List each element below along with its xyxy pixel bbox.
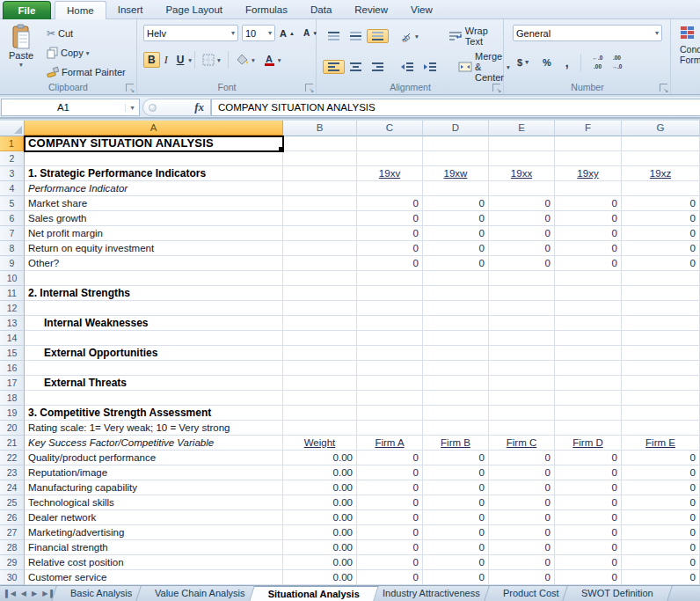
sheet-tab-situational-analysis[interactable]: Situational Analysis [249,586,379,601]
row-header-22[interactable]: 22 [0,451,25,465]
cell-D9[interactable]: 0 [423,256,489,271]
cell-E11[interactable] [489,286,555,301]
cell-F4[interactable] [555,181,622,196]
cell-E7[interactable]: 0 [489,226,555,241]
ribbon-tab-home[interactable]: Home [55,1,106,20]
cell-G27[interactable]: 0 [622,525,700,540]
cell-F30[interactable]: 0 [555,570,622,585]
ribbon-tab-page-layout[interactable]: Page Layout [154,1,234,19]
row-header-19[interactable]: 19 [0,406,25,421]
cell-C5[interactable]: 0 [357,196,423,211]
cell-E5[interactable]: 0 [489,196,555,211]
cell-C25[interactable]: 0 [357,495,423,510]
ribbon-tab-insert[interactable]: Insert [106,1,155,19]
align-bottom-button[interactable] [367,29,389,43]
cell-A17[interactable]: External Threats [25,376,283,391]
cell-F7[interactable]: 0 [555,226,622,241]
ribbon-tab-review[interactable]: Review [343,1,399,19]
cell-E2[interactable] [489,151,555,166]
cell-B5[interactable] [283,196,357,211]
cell-C26[interactable]: 0 [357,510,423,525]
cell-B10[interactable] [283,271,357,286]
cell-F19[interactable] [555,406,622,421]
cell-F11[interactable] [555,286,622,301]
row-header-12[interactable]: 12 [0,301,25,316]
cell-C6[interactable]: 0 [357,211,423,226]
cut-button[interactable]: ✂ Cut [42,26,130,41]
align-left-button[interactable] [323,60,345,74]
cell-E15[interactable] [489,346,555,361]
column-header-e[interactable]: E [489,121,555,136]
sheet-nav-first-icon[interactable]: ▌◀ [5,590,16,597]
cell-F12[interactable] [555,301,622,316]
cell-G23[interactable]: 0 [622,465,700,480]
align-center-button[interactable] [345,60,367,74]
increase-indent-button[interactable] [419,60,441,74]
cell-G28[interactable]: 0 [622,540,700,555]
row-header-11[interactable]: 11 [0,286,25,301]
cell-F15[interactable] [555,346,622,361]
cell-G7[interactable]: 0 [622,226,700,241]
alignment-dialog-launcher[interactable] [492,84,500,92]
cell-D1[interactable] [423,136,489,151]
cell-E24[interactable]: 0 [489,480,555,495]
cell-E18[interactable] [489,391,555,406]
row-header-21[interactable]: 21 [0,436,25,451]
name-box[interactable]: A1 ▾ [1,99,140,116]
cell-A4[interactable]: Performance Indicator [25,181,283,196]
column-header-c[interactable]: C [357,121,423,136]
cell-D27[interactable]: 0 [423,525,489,540]
sheet-nav-next-icon[interactable]: ▶ [32,590,37,597]
cell-A26[interactable]: Dealer network [25,510,283,525]
row-header-8[interactable]: 8 [0,241,25,256]
row-header-2[interactable]: 2 [0,151,25,166]
cell-F3[interactable]: 19xy [555,166,622,181]
cell-A25[interactable]: Technological skills [25,495,283,510]
cell-A1[interactable]: COMPANY SITUATION ANALYSIS [25,136,283,151]
row-header-28[interactable]: 28 [0,540,25,555]
cell-F29[interactable]: 0 [555,555,622,570]
align-top-button[interactable] [323,29,345,43]
underline-button[interactable]: U [172,52,189,68]
cell-F9[interactable]: 0 [555,256,622,271]
cell-A28[interactable]: Financial strength [25,540,283,555]
copy-button[interactable]: Copy ▾ [42,45,130,61]
cell-E3[interactable]: 19xx [489,166,555,181]
cell-D26[interactable]: 0 [423,510,489,525]
cell-A24[interactable]: Manufacturing capability [25,480,283,495]
cell-G14[interactable] [622,331,700,346]
cell-G6[interactable]: 0 [622,211,700,226]
cell-G19[interactable] [622,406,700,421]
row-header-16[interactable]: 16 [0,361,25,376]
cell-G12[interactable] [622,301,700,316]
cell-D29[interactable]: 0 [423,555,489,570]
cell-G11[interactable] [622,286,700,301]
cell-G4[interactable] [622,181,700,196]
cell-C29[interactable]: 0 [357,555,423,570]
grow-font-button[interactable]: A▲ [275,26,299,40]
conditional-formatting-button[interactable]: Cond Form [680,25,700,65]
row-header-30[interactable]: 30 [0,570,25,585]
cell-B13[interactable] [283,316,357,331]
cell-C23[interactable]: 0 [357,465,423,480]
cell-C3[interactable]: 19xv [357,166,423,181]
fill-color-button[interactable]: ▾ [231,52,259,68]
cell-B30[interactable]: 0.00 [283,570,357,585]
format-painter-button[interactable]: Format Painter [42,64,130,79]
name-box-dropdown-arrow[interactable]: ▾ [125,104,139,112]
cell-E30[interactable]: 0 [489,570,555,585]
cell-D7[interactable]: 0 [423,226,489,241]
cell-B26[interactable]: 0.00 [283,510,357,525]
cell-G22[interactable]: 0 [622,451,700,465]
cell-E8[interactable]: 0 [489,241,555,256]
sheet-tab-value-chain-analysis[interactable]: Value Chain Analysis [136,586,265,601]
cell-C4[interactable] [357,181,423,196]
cell-D19[interactable] [423,406,489,421]
underline-dropdown-arrow[interactable]: ▾ [188,56,192,64]
cell-E9[interactable]: 0 [489,256,555,271]
cell-C1[interactable] [357,136,423,151]
cell-B12[interactable] [283,301,357,316]
cell-C18[interactable] [357,391,423,406]
sheet-nav-prev-icon[interactable]: ◀ [21,590,26,597]
row-header-14[interactable]: 14 [0,331,25,346]
